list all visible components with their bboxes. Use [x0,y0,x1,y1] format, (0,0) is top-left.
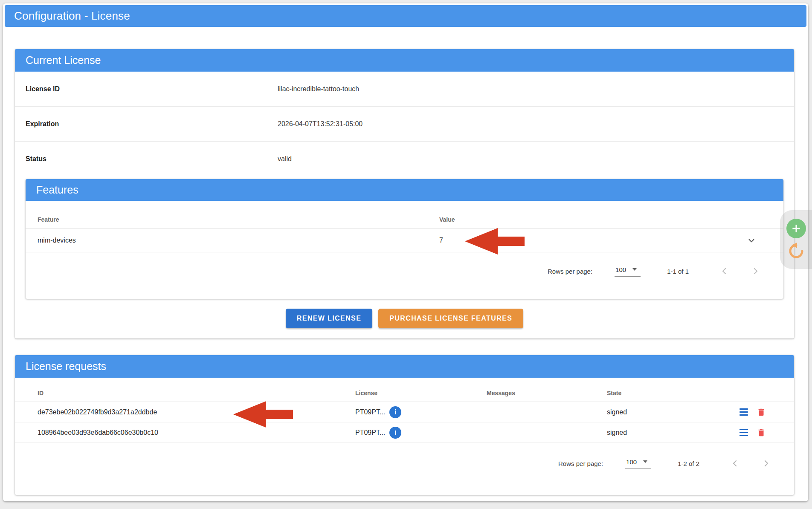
chevron-right-icon [751,266,761,276]
undo-icon [787,242,806,260]
rows-per-page-label: Rows per page: [558,460,603,467]
features-title: Features [36,184,78,196]
expiration-row: Expiration 2026-04-07T13:52:31-05:00 [15,107,794,142]
feature-row-mim-devices: mim-devices 7 [26,228,783,252]
menu-icon[interactable] [739,408,749,416]
current-license-card: Current License License ID lilac-incredi… [15,49,794,338]
request-state-cell: signed [607,408,739,416]
rows-per-page-select[interactable]: 100 [615,266,641,277]
state-column-header: State [607,390,766,396]
current-license-header: Current License [15,49,794,72]
license-requests-table-header: ID License Messages State [15,378,794,402]
value-column-header: Value [439,216,455,223]
expiration-value: 2026-04-07T13:52:31-05:00 [278,120,362,128]
request-id-cell: 108964bee03d93e6dab66c06e30b0c10 [38,429,355,437]
chevron-left-icon [719,266,729,276]
feature-column-header: Feature [26,216,439,223]
license-id-value: lilac-incredible-tattoo-touch [278,85,359,93]
license-id-row: License ID lilac-incredible-tattoo-touch [15,72,794,107]
info-icon[interactable]: i [389,406,401,418]
features-table-header: Feature Value [26,201,783,228]
feature-value-dropdown[interactable] [746,235,757,246]
features-header: Features [26,179,783,201]
status-row: Status valid [15,142,794,176]
main-window: Configuration - License Current License … [3,3,808,501]
page-header: Configuration - License [5,5,806,27]
status-label: Status [15,155,278,163]
license-request-row: de73ebe02b022749fb9d3a271a2ddbde PT09PT.… [15,402,794,422]
license-request-row: 108964bee03d93e6dab66c06e30b0c10 PT09PT.… [15,422,794,443]
delete-icon[interactable] [757,428,766,438]
license-requests-card: License requests ID License Messages Sta… [15,355,794,495]
rows-per-page-label: Rows per page: [548,268,592,275]
license-id-label: License ID [15,85,278,93]
renew-license-button[interactable]: RENEW LICENSE [286,309,373,328]
license-requests-title: License requests [26,360,106,373]
request-state-cell: signed [607,429,739,437]
undo-button[interactable] [787,242,806,260]
feature-name-cell: mim-devices [26,237,439,244]
dropdown-arrow-icon [632,268,637,271]
license-requests-pagination: Rows per page: 100 1-2 of 2 [15,443,794,484]
chevron-left-icon [730,458,740,469]
license-column-header: License [355,390,487,396]
floating-action-panel [780,210,812,269]
menu-icon[interactable] [739,428,749,437]
previous-page-button[interactable] [729,458,740,469]
current-license-title: Current License [26,54,101,67]
add-button[interactable] [786,219,806,238]
features-card: Features Feature Value mim-devices 7 Row… [26,179,783,299]
rows-per-page-select[interactable]: 100 [625,458,651,469]
chevron-down-icon [746,235,757,246]
feature-value-cell[interactable]: 7 [439,237,443,244]
request-id-cell: de73ebe02b022749fb9d3a271a2ddbde [38,408,355,416]
chevron-right-icon [761,458,771,469]
request-license-cell: PT09PT... [355,429,385,437]
features-pagination: Rows per page: 100 1-1 of 1 [26,252,783,290]
next-page-button[interactable] [761,458,772,469]
pagination-range: 1-1 of 1 [667,268,689,275]
page-title: Configuration - License [14,9,130,23]
expiration-label: Expiration [15,120,278,128]
status-value: valid [278,155,292,163]
delete-icon[interactable] [757,407,766,417]
info-icon[interactable]: i [389,427,401,439]
plus-icon [791,223,802,234]
next-page-button[interactable] [750,266,761,277]
previous-page-button[interactable] [719,266,730,277]
license-actions: RENEW LICENSE PURCHASE LICENSE FEATURES [15,309,794,328]
purchase-license-features-button[interactable]: PURCHASE LICENSE FEATURES [378,309,523,328]
dropdown-arrow-icon [643,460,648,463]
license-requests-header: License requests [15,355,794,378]
messages-column-header: Messages [487,390,607,396]
id-column-header: ID [38,390,355,396]
request-license-cell: PT09PT... [355,408,385,416]
pagination-range: 1-2 of 2 [678,460,699,467]
